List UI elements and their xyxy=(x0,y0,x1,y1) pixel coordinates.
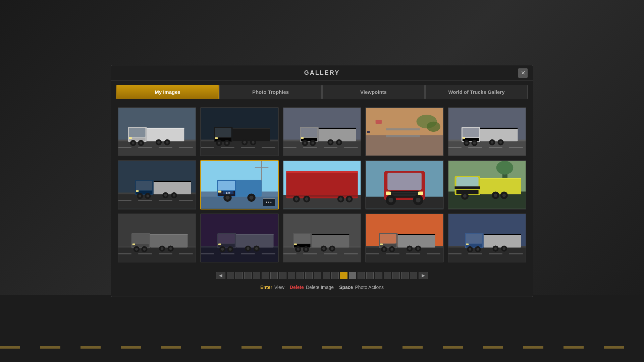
svg-rect-270 xyxy=(484,234,521,235)
svg-point-13 xyxy=(132,142,135,144)
svg-rect-41 xyxy=(215,137,218,139)
svg-point-86 xyxy=(473,142,476,144)
thumbnail xyxy=(118,108,196,156)
gallery-item[interactable] xyxy=(118,160,196,209)
svg-rect-237 xyxy=(294,243,297,245)
gallery-item[interactable] xyxy=(365,160,444,209)
page-dot[interactable] xyxy=(366,272,374,279)
thumbnail xyxy=(448,214,526,262)
thumbnail xyxy=(448,108,526,156)
gallery-item[interactable] xyxy=(118,107,196,156)
svg-rect-29 xyxy=(215,128,231,137)
svg-rect-48 xyxy=(344,147,358,148)
svg-rect-279 xyxy=(466,243,469,245)
svg-point-230 xyxy=(297,248,300,250)
page-dot[interactable] xyxy=(349,272,356,279)
page-dot[interactable] xyxy=(331,272,339,279)
svg-rect-70 xyxy=(367,131,370,133)
svg-rect-52 xyxy=(319,128,356,141)
page-dot[interactable] xyxy=(305,272,313,279)
svg-rect-199 xyxy=(201,253,214,254)
svg-rect-79 xyxy=(463,128,479,137)
svg-rect-67 xyxy=(386,128,420,130)
svg-rect-264 xyxy=(489,253,502,254)
gallery-item[interactable] xyxy=(283,160,361,209)
tab-viewpoints[interactable]: Viewpoints xyxy=(322,85,425,99)
svg-rect-200 xyxy=(221,253,234,254)
page-dot[interactable] xyxy=(358,272,365,279)
page-dot[interactable] xyxy=(297,272,304,279)
svg-rect-152 xyxy=(390,195,419,196)
svg-rect-181 xyxy=(179,253,193,254)
svg-point-158 xyxy=(416,198,421,202)
svg-point-174 xyxy=(502,194,506,197)
prev-page-button[interactable]: ◀ xyxy=(216,272,225,279)
svg-rect-195 xyxy=(132,243,135,245)
svg-rect-147 xyxy=(387,173,422,190)
page-dot[interactable] xyxy=(244,272,252,279)
page-dot[interactable] xyxy=(279,272,286,279)
close-button[interactable]: ✕ xyxy=(518,68,528,78)
gallery-item[interactable] xyxy=(448,160,526,209)
svg-point-143 xyxy=(347,197,351,201)
gallery-item[interactable] xyxy=(365,107,444,156)
svg-rect-179 xyxy=(138,253,152,254)
svg-rect-47 xyxy=(324,147,337,148)
modal-header: GALLERY ✕ xyxy=(111,65,533,81)
page-dot[interactable] xyxy=(253,272,260,279)
tab-photo-trophies[interactable]: Photo Trophies xyxy=(219,85,322,99)
page-dot[interactable] xyxy=(384,272,391,279)
gallery-item[interactable] xyxy=(118,214,196,262)
svg-rect-128 xyxy=(218,191,221,193)
svg-rect-102 xyxy=(154,181,191,194)
svg-rect-69 xyxy=(376,120,382,124)
svg-point-172 xyxy=(494,194,497,197)
pagination: ◀ ▶ xyxy=(111,266,533,282)
gallery-item[interactable] xyxy=(200,214,279,262)
svg-point-105 xyxy=(139,195,141,197)
gallery-item[interactable] xyxy=(448,214,526,262)
tab-world-of-trucks[interactable]: World of Trucks Gallery xyxy=(425,85,528,99)
next-page-button[interactable]: ▶ xyxy=(419,272,428,279)
page-dot[interactable] xyxy=(323,272,330,279)
page-dot[interactable] xyxy=(288,272,295,279)
svg-rect-76 xyxy=(489,147,502,148)
svg-rect-167 xyxy=(480,178,521,194)
gallery-item[interactable] xyxy=(283,214,361,262)
page-dot[interactable] xyxy=(375,272,382,279)
svg-rect-216 xyxy=(218,243,221,245)
hotkey-delete-label: Delete Image xyxy=(306,285,334,290)
page-dot[interactable] xyxy=(270,272,278,279)
page-dot[interactable] xyxy=(262,272,269,279)
svg-rect-24 xyxy=(201,147,214,148)
page-dot[interactable] xyxy=(340,272,347,279)
svg-rect-222 xyxy=(324,253,337,254)
thumbnail xyxy=(118,161,196,208)
page-dot[interactable] xyxy=(227,272,234,279)
svg-rect-64 xyxy=(366,135,443,156)
hotkey-enter-label: View xyxy=(274,285,284,290)
svg-rect-82 xyxy=(480,128,518,129)
page-dot[interactable] xyxy=(410,272,417,279)
svg-rect-180 xyxy=(159,253,172,254)
gallery-item[interactable] xyxy=(200,107,279,156)
page-dot[interactable] xyxy=(392,272,400,279)
svg-rect-258 xyxy=(380,243,383,245)
gallery-item[interactable] xyxy=(365,214,444,262)
svg-point-127 xyxy=(249,196,253,200)
tab-my-images[interactable]: My Images xyxy=(116,85,219,99)
thumbnail xyxy=(366,161,443,208)
svg-rect-267 xyxy=(466,234,482,243)
thumbnail xyxy=(283,161,361,208)
thumbnail xyxy=(366,108,443,156)
svg-point-66 xyxy=(427,122,440,132)
more-options-dots[interactable]: ••• xyxy=(263,198,275,206)
gallery-item[interactable] xyxy=(283,107,361,156)
svg-rect-6 xyxy=(179,147,193,148)
page-dot[interactable] xyxy=(235,272,243,279)
page-dot[interactable] xyxy=(314,272,321,279)
gallery-item[interactable] xyxy=(448,107,526,156)
page-dot[interactable] xyxy=(401,272,409,279)
svg-rect-95 xyxy=(118,200,131,201)
gallery-item[interactable]: DAF •••↖ xyxy=(200,160,279,209)
